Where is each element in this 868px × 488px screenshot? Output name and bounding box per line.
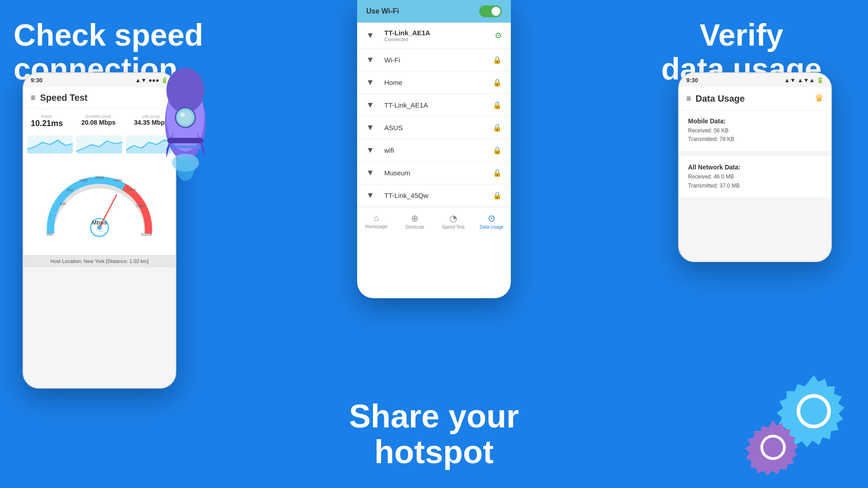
wifi-item-4[interactable]: ▼ ASUS 🔒 [357, 117, 511, 139]
wifi-signal-icon-7: ▼ [366, 191, 377, 200]
right-section: Verify data usage 9:30 ▲▼ ▲▼▲ 🔋 ≡ Data U… [615, 0, 868, 488]
rocket-decoration [136, 68, 235, 185]
wifi-signal-icon-2: ▼ [366, 78, 377, 87]
wifi-signal-icon-4: ▼ [366, 123, 377, 132]
toggle-knob [491, 7, 500, 16]
svg-text:20M: 20M [95, 175, 104, 180]
svg-point-4 [178, 110, 193, 125]
wifi-signal-icon-6: ▼ [366, 168, 377, 178]
wifi-item-1[interactable]: ▼ Wi-Fi 🔒 [357, 49, 511, 71]
nav-homepage[interactable]: ⌂ Homepage [357, 211, 396, 231]
wifi-toggle-switch[interactable] [479, 5, 502, 17]
mobile-data-section: Mobile Data: Received: 56 KB Transmitted… [679, 110, 831, 151]
wifi-signal-icon-1: ▼ [366, 55, 377, 65]
svg-text:10M: 10M [79, 178, 87, 183]
status-icons-right: ▲▼ ▲▼▲ 🔋 [784, 77, 824, 84]
svg-point-9 [176, 154, 194, 181]
center-section: Use Wi-Fi ▼ TT-Link_AE1A Connected ⚙ ▼ W… [253, 0, 615, 488]
phone-wifi: Use Wi-Fi ▼ TT-Link_AE1A Connected ⚙ ▼ W… [357, 0, 511, 298]
nav-speedtest[interactable]: ◔ Speed Test [434, 211, 472, 231]
svg-text:Mbps: Mbps [92, 220, 107, 226]
lock-icon-7: 🔒 [493, 191, 502, 200]
svg-point-5 [180, 113, 185, 117]
wifi-signal-icon-0: ▼ [366, 31, 377, 40]
lock-icon-2: 🔒 [493, 78, 502, 87]
settings-icon-0[interactable]: ⚙ [495, 31, 502, 41]
wifi-item-3[interactable]: ▼ TT-Link_AE1A 🔒 [357, 94, 511, 117]
data-usage-icon: ⊙ [488, 213, 495, 224]
wifi-list: ▼ TT-Link_AE1A Connected ⚙ ▼ Wi-Fi 🔒 ▼ H… [357, 23, 511, 207]
bottom-nav: ⌂ Homepage ⊕ Shortcuts ◔ Speed Test ⊙ Da… [357, 207, 511, 235]
hamburger-icon: ≡ [31, 93, 36, 103]
status-bar-right: 9:30 ▲▼ ▲▼▲ 🔋 [679, 73, 831, 87]
left-section: Check speed connection [0, 0, 253, 488]
svg-rect-10 [167, 138, 203, 143]
lock-icon-5: 🔒 [493, 146, 502, 155]
center-bottom-text: Share your hotspot [349, 399, 519, 470]
shortcuts-icon: ⊕ [411, 213, 419, 224]
home-icon: ⌂ [373, 213, 379, 223]
wifi-item-2[interactable]: ▼ Home 🔒 [357, 71, 511, 94]
hamburger-icon-right: ≡ [686, 94, 691, 103]
svg-rect-11 [170, 145, 201, 148]
svg-text:0M: 0M [47, 232, 53, 237]
wifi-item-7[interactable]: ▼ TT-Link_45Qw 🔒 [357, 184, 511, 207]
nav-datausage[interactable]: ⊙ Data Usage [472, 211, 511, 231]
svg-text:30M: 30M [113, 178, 122, 183]
wifi-item-5[interactable]: ▼ wifi 🔒 [357, 139, 511, 162]
host-info: Host Location: New York [Distance: 1.02 … [24, 255, 175, 267]
download-stat: DOWNLOAD 20.08 Mbps [81, 114, 115, 128]
svg-text:1M: 1M [60, 201, 66, 206]
svg-point-2 [166, 68, 204, 113]
gears-decoration [732, 330, 868, 488]
svg-text:50M: 50M [127, 187, 136, 192]
wifi-signal-icon-3: ▼ [366, 100, 377, 110]
svg-text:5M: 5M [67, 187, 73, 192]
ping-stat: PING 10.21ms [31, 114, 63, 128]
lock-icon-4: 🔒 [493, 123, 502, 132]
nav-shortcuts[interactable]: ⊕ Shortcuts [396, 211, 434, 231]
speedometer-icon: ◔ [449, 213, 457, 224]
svg-point-31 [763, 437, 783, 457]
svg-text:75M: 75M [136, 203, 144, 208]
wifi-signal-icon-5: ▼ [366, 145, 377, 155]
wifi-toggle-bar: Use Wi-Fi [357, 0, 511, 23]
lock-icon-1: 🔒 [493, 56, 502, 64]
lock-icon-6: 🔒 [493, 169, 502, 177]
phone-data-usage: 9:30 ▲▼ ▲▼▲ 🔋 ≡ Data Usage ♛ Mobile Data… [678, 72, 832, 262]
data-usage-header: ≡ Data Usage ♛ [679, 87, 831, 110]
download-chart [76, 136, 122, 154]
data-divider [679, 151, 831, 156]
svg-marker-13 [76, 141, 122, 154]
svg-text:100M: 100M [141, 232, 152, 237]
lock-icon-3: 🔒 [493, 101, 502, 109]
wifi-item-6[interactable]: ▼ Museum 🔒 [357, 162, 511, 184]
crown-icon: ♛ [815, 93, 824, 104]
all-network-data-section: All Network Data: Received: 46.0 MB Tran… [679, 156, 831, 197]
ping-chart [27, 136, 73, 154]
wifi-item-connected[interactable]: ▼ TT-Link_AE1A Connected ⚙ [357, 23, 511, 49]
